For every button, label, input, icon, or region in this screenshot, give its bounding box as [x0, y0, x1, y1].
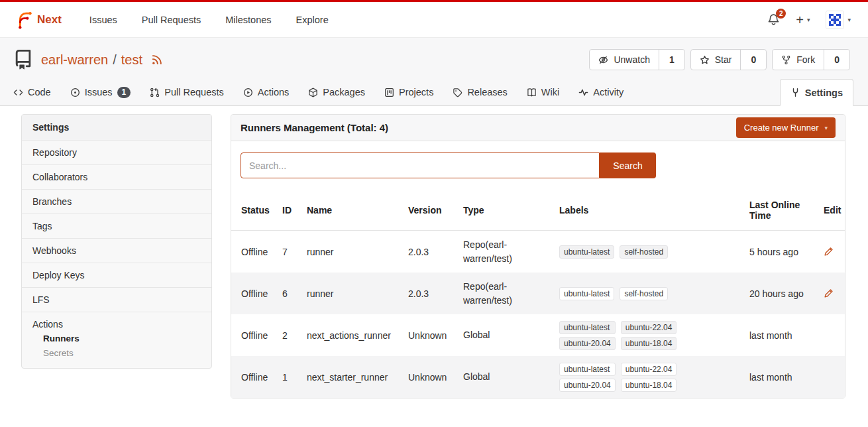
col-header-type: Type [453, 205, 549, 215]
runner-type: Repo(earl-warren/test) [453, 238, 549, 265]
runner-last-online: 5 hours ago [739, 247, 814, 257]
unwatch-label: Unwatch [614, 54, 649, 65]
edit-runner-button[interactable] [824, 288, 834, 298]
runner-status: Offline [231, 372, 272, 383]
sidebar-items: RepositoryCollaboratorsBranchesTagsWebho… [22, 140, 211, 368]
runner-labels: ubuntu-latestubuntu-22.04ubuntu-20.04ubu… [549, 321, 739, 350]
runner-last-online: last month [739, 330, 814, 341]
tab-activity[interactable]: Activity [578, 79, 624, 105]
col-header-status: Status [231, 205, 272, 215]
sidebar-item-branches[interactable]: Branches [22, 189, 211, 213]
runner-label-chip: ubuntu-latest [559, 287, 614, 300]
create-runner-button[interactable]: Create new Runner ▾ [736, 117, 836, 138]
runners-panel: Runners Management (Total: 4) Create new… [231, 114, 845, 398]
tab-pull-requests[interactable]: Pull Requests [150, 79, 223, 105]
tab-releases[interactable]: Releases [453, 79, 507, 105]
tab-packages[interactable]: Packages [308, 79, 365, 105]
user-menu-button[interactable]: ▾ [826, 11, 851, 29]
search-bar: Search [231, 141, 845, 190]
project-icon [384, 88, 394, 97]
runner-type: Global [453, 370, 549, 383]
col-header-version: Version [398, 205, 453, 215]
sidebar-item-collaborators[interactable]: Collaborators [22, 164, 211, 189]
nav-item-issues[interactable]: Issues [89, 15, 117, 25]
tab-code[interactable]: Code [13, 79, 51, 105]
sidebar-item-tags[interactable]: Tags [22, 213, 211, 238]
runner-status: Offline [231, 330, 272, 341]
runners-table: StatusIDNameVersionTypeLabelsLast Online… [231, 190, 845, 398]
tab-issues[interactable]: Issues1 [70, 79, 131, 105]
watchers-count[interactable]: 1 [659, 50, 684, 70]
tab-label: Code [28, 87, 51, 97]
runner-label-chip: ubuntu-22.04 [621, 321, 677, 334]
runner-version: Unknown [398, 330, 453, 341]
runner-label-chip: self-hosted [620, 287, 668, 300]
runner-edit-cell [814, 288, 845, 298]
runner-type: Global [453, 328, 549, 341]
fork-button[interactable]: Fork [773, 50, 824, 70]
tab-projects[interactable]: Projects [384, 79, 433, 105]
sidebar-item-webhooks[interactable]: Webhooks [22, 238, 211, 263]
brand-label: Next [37, 13, 62, 27]
unwatch-button[interactable]: Unwatch [590, 50, 658, 70]
col-header-last-online-time: Last Online Time [739, 200, 814, 221]
tab-label: Settings [805, 88, 843, 98]
sidebar-item-runners[interactable]: Runners [32, 330, 201, 344]
col-header-id: ID [272, 205, 297, 215]
runner-edit-cell [814, 247, 845, 257]
nav-item-milestones[interactable]: Milestones [225, 15, 271, 25]
runners-table-body: Offline7runner2.0.3Repo(earl-warren/test… [231, 231, 845, 398]
runner-id: 7 [272, 247, 297, 257]
runner-status: Offline [231, 247, 272, 257]
create-runner-label: Create new Runner [744, 123, 819, 133]
runner-id: 1 [272, 372, 297, 383]
repo-name-link[interactable]: test [121, 52, 142, 68]
issue-icon [70, 88, 80, 97]
runner-labels: ubuntu-latestself-hosted [549, 245, 739, 259]
fork-button-group: Fork 0 [772, 49, 850, 70]
main-nav: IssuesPull RequestsMilestonesExplore [89, 15, 329, 25]
chevron-down-icon: ▾ [824, 125, 828, 131]
sidebar-item-repository[interactable]: Repository [22, 140, 211, 164]
runner-name: runner [297, 247, 398, 257]
nav-item-pull-requests[interactable]: Pull Requests [142, 15, 201, 25]
repo-owner-link[interactable]: earl-warren [41, 52, 108, 68]
runner-label-chip: ubuntu-latest [559, 321, 616, 334]
runner-id: 6 [272, 288, 297, 299]
search-button[interactable]: Search [600, 152, 656, 178]
eye-off-icon [598, 55, 608, 65]
notifications-button[interactable]: 2 [767, 13, 780, 26]
tab-wiki[interactable]: Wiki [527, 79, 559, 105]
repo-tabbar: CodeIssues1Pull RequestsActionsPackagesP… [0, 79, 868, 106]
table-row: Offline1next_starter_runnerUnknownGlobal… [231, 356, 845, 398]
nav-item-explore[interactable]: Explore [296, 15, 329, 25]
fork-icon [781, 55, 791, 65]
avatar [826, 11, 844, 29]
pulse-icon [578, 88, 588, 97]
edit-runner-button[interactable] [824, 247, 834, 257]
forgejo-logo[interactable] [13, 10, 33, 30]
search-input[interactable] [241, 152, 600, 178]
rss-icon[interactable] [151, 54, 163, 66]
tab-settings[interactable]: Settings [780, 79, 853, 106]
sidebar-item-deploy-keys[interactable]: Deploy Keys [22, 263, 211, 287]
sidebar-item-secrets[interactable]: Secrets [32, 344, 201, 359]
table-row: Offline2next_actions_runnerUnknownGlobal… [231, 314, 845, 356]
runner-name: next_starter_runner [297, 372, 398, 383]
play-circle-icon [243, 88, 253, 97]
runner-labels: ubuntu-latestself-hosted [549, 287, 739, 300]
stars-count[interactable]: 0 [740, 50, 766, 70]
create-menu-button[interactable]: + ▾ [796, 13, 810, 27]
tab-label: Packages [323, 87, 365, 97]
sidebar-item-lfs[interactable]: LFS [22, 287, 211, 312]
tab-label: Pull Requests [164, 87, 223, 97]
tab-actions[interactable]: Actions [243, 79, 290, 105]
book-icon [527, 88, 537, 97]
sidebar-group-actions: ActionsRunnersSecrets [22, 312, 211, 368]
runner-version: 2.0.3 [398, 247, 453, 257]
sidebar-item-actions[interactable]: Actions [32, 319, 201, 330]
runner-label-chip: ubuntu-20.04 [559, 379, 616, 392]
tab-label: Actions [258, 87, 290, 97]
star-button[interactable]: Star [691, 50, 741, 70]
forks-count[interactable]: 0 [824, 50, 849, 70]
